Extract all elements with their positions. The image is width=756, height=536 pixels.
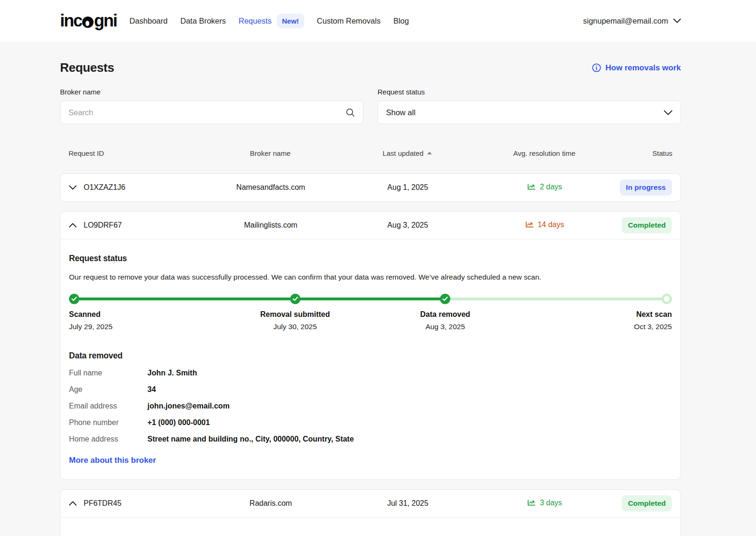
- help-link-label: How removals work: [605, 63, 681, 73]
- search-icon: [346, 108, 355, 117]
- chevron-down-icon: [664, 110, 672, 115]
- request-card: O1XZAZ1J6 Namesandfacts.com Aug 1, 2025 …: [60, 173, 681, 202]
- account-menu[interactable]: signupemail@email.com: [583, 17, 681, 26]
- status-filter-select[interactable]: Show all: [378, 101, 681, 124]
- info-icon: [592, 63, 601, 72]
- timeline-track-progress: [74, 298, 450, 300]
- table-row[interactable]: LO9DRF67 Mailinglists.com Aug 3, 2025 14…: [60, 212, 680, 239]
- request-card: PF6TDR45 Radaris.com Jul 31, 2025 3 days…: [60, 489, 681, 536]
- nav-data-brokers[interactable]: Data Brokers: [180, 17, 226, 26]
- broker-search-box: [60, 101, 363, 124]
- top-nav-bar: incgni Dashboard Data Brokers Requests N…: [0, 0, 756, 42]
- removal-timeline: [69, 294, 672, 304]
- main-nav: Dashboard Data Brokers Requests New! Cus…: [129, 14, 409, 28]
- nav-dashboard[interactable]: Dashboard: [129, 17, 168, 26]
- status-badge: In progress: [620, 179, 672, 196]
- request-status-message: Our request to remove your data was succ…: [69, 273, 672, 281]
- column-broker-name[interactable]: Broker name: [250, 149, 291, 157]
- trend-chart-icon: [525, 221, 533, 228]
- column-last-updated[interactable]: Last updated: [383, 149, 432, 157]
- resolution-time: 2 days: [540, 183, 562, 191]
- status-badge: Completed: [622, 217, 672, 233]
- milestone-check-icon: [69, 294, 79, 304]
- nav-requests[interactable]: Requests: [239, 17, 272, 26]
- last-updated: Aug 3, 2025: [339, 221, 476, 230]
- field-full-name: Full name John J. Smith: [69, 369, 672, 377]
- data-removed-heading: Data removed: [69, 351, 672, 361]
- search-input[interactable]: [69, 108, 346, 117]
- removed-data-fields: Full name John J. Smith Age 34 Email add…: [69, 369, 672, 443]
- broker-name: Namesandfacts.com: [202, 183, 339, 192]
- milestone-next-scan: Next scan Oct 3, 2025: [634, 310, 672, 331]
- request-details-panel: [60, 517, 680, 536]
- column-avg-resolution[interactable]: Avg. resolution time: [513, 149, 575, 157]
- chevron-down-icon[interactable]: [69, 185, 77, 190]
- field-home-address: Home address Street name and building no…: [69, 435, 672, 443]
- status-filter-value: Show all: [386, 108, 415, 117]
- nav-custom-removals[interactable]: Custom Removals: [317, 17, 381, 26]
- trend-chart-icon: [527, 183, 535, 190]
- field-email-address: Email address john.jones@email.com: [69, 402, 672, 410]
- milestone-pending-icon: [662, 294, 672, 304]
- table-header: Request ID Broker name Last updated Avg.…: [60, 142, 681, 164]
- request-status-label: Request status: [378, 88, 681, 96]
- milestone-data-removed: Data removed Aug 3, 2025: [420, 310, 470, 331]
- broker-name: Radaris.com: [202, 499, 339, 508]
- chevron-up-icon[interactable]: [69, 223, 77, 228]
- sort-asc-icon: [427, 152, 432, 154]
- field-phone-number: Phone number +1 (000) 000-0001: [69, 418, 672, 427]
- trend-chart-icon: [527, 499, 535, 506]
- resolution-time: 14 days: [538, 221, 564, 229]
- page-title: Requests: [60, 60, 114, 75]
- status-badge: Completed: [622, 495, 672, 511]
- milestone-scanned: Scanned July 29, 2025: [69, 310, 112, 331]
- request-id: O1XZAZ1J6: [84, 183, 125, 192]
- milestone-removal-submitted: Removal submitted July 30, 2025: [260, 310, 330, 331]
- nav-blog[interactable]: Blog: [393, 17, 409, 26]
- column-status[interactable]: Status: [652, 149, 672, 157]
- timeline-labels: Scanned July 29, 2025 Removal submitted …: [69, 310, 672, 339]
- chevron-up-icon[interactable]: [69, 501, 77, 506]
- table-row[interactable]: O1XZAZ1J6 Namesandfacts.com Aug 1, 2025 …: [60, 174, 680, 201]
- request-details-panel: Request status Our request to remove you…: [60, 239, 680, 479]
- milestone-check-icon: [290, 294, 301, 304]
- chevron-down-icon: [673, 18, 681, 23]
- column-request-id[interactable]: Request ID: [69, 149, 104, 157]
- how-removals-work-link[interactable]: How removals work: [592, 63, 681, 73]
- milestone-check-icon: [440, 294, 450, 304]
- last-updated: Aug 1, 2025: [339, 183, 476, 192]
- resolution-time: 3 days: [540, 499, 562, 507]
- broker-name: Mailinglists.com: [202, 221, 339, 230]
- last-updated: Jul 31, 2025: [339, 499, 476, 508]
- field-age: Age 34: [69, 385, 672, 394]
- new-badge: New!: [277, 14, 304, 28]
- request-status-heading: Request status: [69, 254, 672, 264]
- account-email: signupemail@email.com: [583, 17, 668, 26]
- table-row[interactable]: PF6TDR45 Radaris.com Jul 31, 2025 3 days…: [60, 490, 680, 517]
- request-card: LO9DRF67 Mailinglists.com Aug 3, 2025 14…: [60, 211, 681, 480]
- request-id: PF6TDR45: [84, 499, 121, 508]
- incogni-logo[interactable]: incgni: [60, 11, 117, 31]
- more-about-broker-link[interactable]: More about this broker: [69, 456, 156, 465]
- request-id: LO9DRF67: [84, 221, 122, 230]
- broker-name-label: Broker name: [60, 88, 363, 96]
- logo-o-icon: [82, 17, 94, 28]
